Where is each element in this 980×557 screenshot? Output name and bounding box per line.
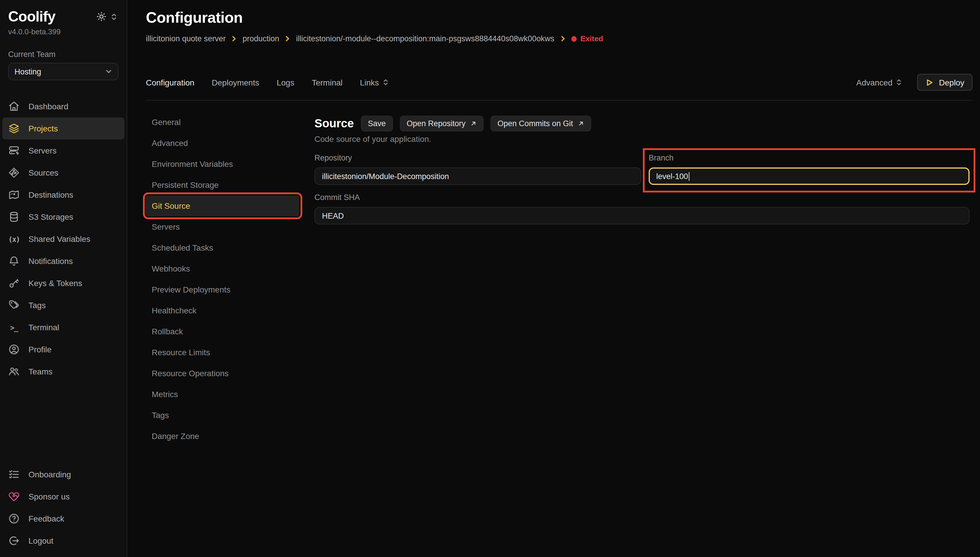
shared-variables-icon: (x) xyxy=(8,233,20,245)
external-link-icon xyxy=(577,121,584,127)
tab-deployments[interactable]: Deployments xyxy=(212,78,259,87)
tab-logs[interactable]: Logs xyxy=(277,78,294,87)
breadcrumb-application[interactable]: illicitestonion/-module--decomposition:m… xyxy=(296,34,554,43)
save-button[interactable]: Save xyxy=(361,116,393,131)
open-repository-button[interactable]: Open Repository xyxy=(400,116,484,131)
sidebar-item-label: Servers xyxy=(28,146,56,155)
sidebar-item-tags[interactable]: Tags xyxy=(2,294,124,316)
chevrons-up-down-icon xyxy=(896,78,902,86)
sidebar-item-dashboard[interactable]: Dashboard xyxy=(2,95,124,117)
current-team-label: Current Team xyxy=(8,50,117,59)
sidebar-item-label: Terminal xyxy=(28,323,59,332)
subnav-servers[interactable]: Servers xyxy=(146,216,299,237)
sidebar-item-shared-variables[interactable]: (x) Shared Variables xyxy=(2,228,124,250)
tab-links[interactable]: Links xyxy=(360,78,389,87)
users-icon xyxy=(8,366,20,377)
breadcrumb-project[interactable]: illicitonion quote server xyxy=(146,34,226,43)
subnav-environment-variables[interactable]: Environment Variables xyxy=(146,153,299,174)
branch-field-annotation: Branch level-100 xyxy=(649,153,970,185)
sidebar-item-onboarding[interactable]: Onboarding xyxy=(2,463,124,485)
commit-sha-label: Commit SHA xyxy=(314,192,970,202)
home-icon xyxy=(8,101,20,112)
sidebar-item-profile[interactable]: Profile xyxy=(2,339,124,360)
subnav-preview-deployments[interactable]: Preview Deployments xyxy=(146,279,299,300)
subnav-rollback[interactable]: Rollback xyxy=(146,321,299,342)
subnav-resource-limits[interactable]: Resource Limits xyxy=(146,342,299,363)
sidebar-item-sources[interactable]: Sources xyxy=(2,162,124,184)
sidebar-item-logout[interactable]: Logout xyxy=(2,530,124,552)
branch-input[interactable]: level-100 xyxy=(649,168,970,185)
sidebar-item-label: Logout xyxy=(28,536,54,546)
sidebar-item-notifications[interactable]: Notifications xyxy=(2,250,124,272)
subnav-danger-zone[interactable]: Danger Zone xyxy=(146,426,299,446)
section-title: Source xyxy=(314,117,354,130)
config-subnav: General Advanced Environment Variables P… xyxy=(146,112,299,446)
commit-sha-input[interactable]: HEAD xyxy=(314,207,970,225)
sidebar-item-label: Destinations xyxy=(28,190,73,199)
coolify-app: Coolify v4.0.0-beta.399 xyxy=(0,0,980,557)
subnav-advanced[interactable]: Advanced xyxy=(146,133,299,153)
subnav-tags[interactable]: Tags xyxy=(146,405,299,426)
team-select-value: Hosting xyxy=(15,67,41,76)
theme-toggle-sun-icon[interactable] xyxy=(96,11,106,21)
user-circle-icon xyxy=(8,344,20,355)
subnav-scheduled-tasks[interactable]: Scheduled Tasks xyxy=(146,237,299,258)
breadcrumb-separator-icon xyxy=(231,36,237,42)
team-select[interactable]: Hosting xyxy=(8,63,119,80)
theme-switcher-chevrons-icon[interactable] xyxy=(111,13,117,21)
sidebar-item-keys-tokens[interactable]: Keys & Tokens xyxy=(2,272,124,294)
repository-input[interactable]: illicitestonion/Module-Decomposition xyxy=(314,168,641,185)
sidebar-item-servers[interactable]: Servers xyxy=(2,140,124,162)
help-circle-icon xyxy=(8,513,20,524)
sidebar-item-label: Projects xyxy=(28,124,58,133)
tab-configuration[interactable]: Configuration xyxy=(146,78,194,87)
tags-icon xyxy=(8,300,20,311)
sidebar-item-label: Profile xyxy=(28,345,52,354)
sidebar-item-label: Onboarding xyxy=(28,470,71,479)
sidebar-item-label: Sources xyxy=(28,168,59,178)
main-area: Configuration illicitonion quote server … xyxy=(127,0,980,557)
section-description: Code source of your application. xyxy=(314,134,972,143)
external-link-icon xyxy=(470,121,477,127)
subnav-metrics[interactable]: Metrics xyxy=(146,384,299,405)
app-version: v4.0.0-beta.399 xyxy=(8,27,117,36)
sidebar-item-label: Shared Variables xyxy=(28,234,90,244)
sidebar-item-feedback[interactable]: Feedback xyxy=(2,508,124,530)
breadcrumb-separator-icon xyxy=(559,36,566,42)
advanced-dropdown[interactable]: Advanced xyxy=(856,78,902,87)
subnav-resource-operations[interactable]: Resource Operations xyxy=(146,363,299,384)
sidebar-item-label: Dashboard xyxy=(28,102,68,111)
tabbar: Configuration Deployments Logs Terminal … xyxy=(146,74,972,101)
sidebar-item-teams[interactable]: Teams xyxy=(2,360,124,383)
breadcrumb-environment[interactable]: production xyxy=(243,34,279,43)
map-icon xyxy=(8,189,20,200)
app-logo: Coolify xyxy=(8,8,55,25)
status-dot-icon xyxy=(571,36,576,42)
sidebar: Coolify v4.0.0-beta.399 xyxy=(0,0,127,557)
sidebar-item-sponsor-us[interactable]: Sponsor us xyxy=(2,485,124,508)
subnav-healthcheck[interactable]: Healthcheck xyxy=(146,300,299,321)
branch-label: Branch xyxy=(649,153,970,163)
sidebar-item-label: Tags xyxy=(28,301,46,310)
tab-terminal[interactable]: Terminal xyxy=(312,78,343,87)
subnav-general[interactable]: General xyxy=(146,112,299,133)
page-title: Configuration xyxy=(146,8,972,27)
subnav-persistent-storage[interactable]: Persistent Storage xyxy=(146,174,299,195)
heart-hands-icon xyxy=(8,491,20,502)
open-commits-button[interactable]: Open Commits on Git xyxy=(491,116,591,131)
sidebar-item-destinations[interactable]: Destinations xyxy=(2,184,124,206)
server-icon xyxy=(8,145,20,156)
subnav-webhooks[interactable]: Webhooks xyxy=(146,258,299,279)
layers-icon xyxy=(8,123,20,134)
git-source-form: Source Save Open Repository Open Commits… xyxy=(314,116,972,446)
sidebar-item-terminal[interactable]: >_ Terminal xyxy=(2,316,124,339)
logout-icon xyxy=(8,535,20,547)
database-icon xyxy=(8,211,20,223)
subnav-git-source[interactable]: Git Source xyxy=(146,195,299,216)
deploy-button[interactable]: Deploy xyxy=(918,74,972,91)
sidebar-item-projects[interactable]: Projects xyxy=(2,117,124,140)
sidebar-item-s3-storages[interactable]: S3 Storages xyxy=(2,206,124,228)
text-caret xyxy=(689,172,690,181)
sidebar-item-label: Notifications xyxy=(28,256,73,266)
bell-icon xyxy=(8,255,20,267)
